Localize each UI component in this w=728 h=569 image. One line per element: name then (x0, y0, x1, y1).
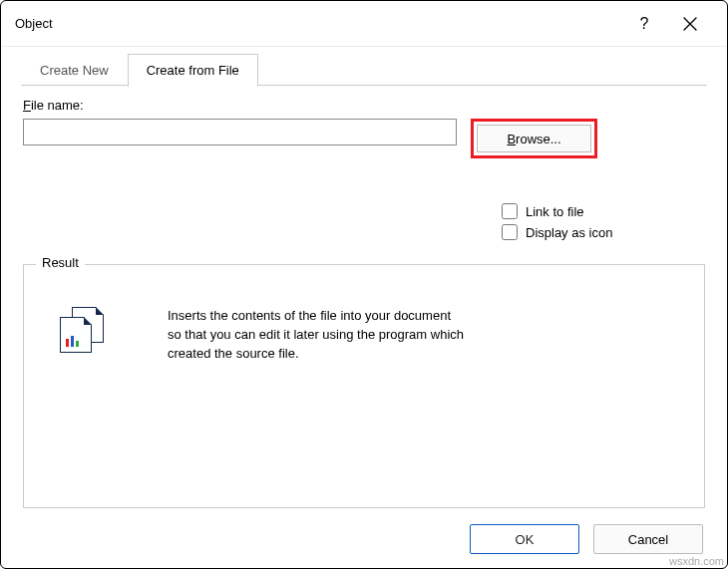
tab-strip: Create New Create from File (1, 47, 727, 86)
file-name-label: File name: (23, 98, 705, 113)
titlebar: Object ? (1, 1, 727, 47)
file-name-input[interactable] (23, 119, 457, 145)
browse-highlight: Browse... (471, 119, 597, 158)
link-to-file-label: Link to file (526, 204, 584, 219)
tab-create-new[interactable]: Create New (21, 54, 128, 87)
close-icon (683, 17, 697, 31)
display-as-icon-option[interactable]: Display as icon (502, 224, 705, 240)
dialog-footer: OK Cancel (470, 524, 703, 554)
file-row: Browse... (23, 119, 705, 158)
tab-create-from-file[interactable]: Create from File (128, 54, 258, 87)
result-body: Inserts the contents of the file into yo… (42, 307, 686, 364)
browse-button[interactable]: Browse... (477, 125, 591, 152)
result-description: Inserts the contents of the file into yo… (168, 307, 467, 364)
display-as-icon-label: Display as icon (526, 225, 612, 240)
options-group: Link to file Display as icon (502, 203, 705, 240)
result-group: Result Inserts the contents of the file … (23, 264, 705, 508)
help-button[interactable]: ? (621, 1, 667, 47)
result-legend: Result (36, 255, 85, 270)
cancel-button[interactable]: Cancel (593, 524, 703, 554)
close-button[interactable] (667, 1, 713, 47)
link-to-file-checkbox[interactable] (502, 203, 518, 219)
display-as-icon-checkbox[interactable] (502, 224, 518, 240)
object-dialog: Object ? Create New Create from File Fil… (0, 0, 728, 569)
ok-button[interactable]: OK (470, 524, 579, 554)
watermark: wsxdn.com (669, 555, 724, 567)
tab-content: File name: Browse... Link to file Displa… (1, 86, 727, 240)
embedded-document-icon (56, 307, 108, 355)
link-to-file-option[interactable]: Link to file (502, 203, 705, 219)
dialog-title: Object (15, 16, 621, 31)
